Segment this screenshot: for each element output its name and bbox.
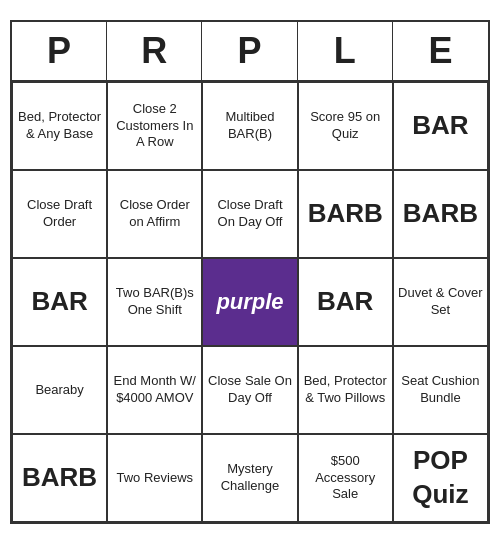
bingo-card: PRPLE Bed, Protector & Any BaseClose 2 C…	[10, 20, 490, 524]
bingo-cell-r2c3[interactable]: Close Draft On Day Off	[202, 170, 297, 258]
cell-text-r4c5: Seat Cushion Bundle	[398, 373, 483, 407]
header-letter-L-3: L	[298, 22, 393, 80]
bingo-cell-r1c4[interactable]: Score 95 on Quiz	[298, 82, 393, 170]
header-letter-R-1: R	[107, 22, 202, 80]
bingo-cell-r3c1[interactable]: BAR	[12, 258, 107, 346]
bingo-cell-r3c2[interactable]: Two BAR(B)s One Shift	[107, 258, 202, 346]
bingo-cell-r3c4[interactable]: BAR	[298, 258, 393, 346]
cell-text-r1c5: BAR	[412, 109, 468, 143]
bingo-cell-r5c1[interactable]: BARB	[12, 434, 107, 522]
bingo-cell-r5c2[interactable]: Two Reviews	[107, 434, 202, 522]
bingo-grid: Bed, Protector & Any BaseClose 2 Custome…	[12, 82, 488, 522]
cell-text-r2c4: BARB	[308, 197, 383, 231]
bingo-cell-r4c1[interactable]: Bearaby	[12, 346, 107, 434]
bingo-cell-r1c1[interactable]: Bed, Protector & Any Base	[12, 82, 107, 170]
cell-text-r5c1: BARB	[22, 461, 97, 495]
header-letter-P-0: P	[12, 22, 107, 80]
bingo-cell-r5c5[interactable]: POP Quiz	[393, 434, 488, 522]
bingo-cell-r3c3[interactable]: purple	[202, 258, 297, 346]
header-letter-P-2: P	[202, 22, 297, 80]
cell-text-r3c2: Two BAR(B)s One Shift	[112, 285, 197, 319]
cell-text-r2c1: Close Draft Order	[17, 197, 102, 231]
header-letter-E-4: E	[393, 22, 488, 80]
cell-text-r2c2: Close Order on Affirm	[112, 197, 197, 231]
cell-text-r4c4: Bed, Protector & Two Pillows	[303, 373, 388, 407]
bingo-cell-r2c1[interactable]: Close Draft Order	[12, 170, 107, 258]
cell-text-r5c2: Two Reviews	[117, 470, 194, 487]
bingo-cell-r1c5[interactable]: BAR	[393, 82, 488, 170]
cell-text-r1c4: Score 95 on Quiz	[303, 109, 388, 143]
cell-text-r3c1: BAR	[31, 285, 87, 319]
cell-text-r2c5: BARB	[403, 197, 478, 231]
cell-text-r4c3: Close Sale On Day Off	[207, 373, 292, 407]
bingo-cell-r2c4[interactable]: BARB	[298, 170, 393, 258]
cell-text-r1c3: Multibed BAR(B)	[207, 109, 292, 143]
cell-text-r5c3: Mystery Challenge	[207, 461, 292, 495]
cell-text-r3c3: purple	[216, 288, 283, 317]
cell-text-r2c3: Close Draft On Day Off	[207, 197, 292, 231]
bingo-cell-r1c3[interactable]: Multibed BAR(B)	[202, 82, 297, 170]
cell-text-r1c2: Close 2 Customers In A Row	[112, 101, 197, 152]
bingo-header: PRPLE	[12, 22, 488, 82]
bingo-cell-r4c5[interactable]: Seat Cushion Bundle	[393, 346, 488, 434]
bingo-cell-r1c2[interactable]: Close 2 Customers In A Row	[107, 82, 202, 170]
cell-text-r4c1: Bearaby	[35, 382, 83, 399]
cell-text-r5c5: POP Quiz	[398, 444, 483, 512]
bingo-cell-r2c5[interactable]: BARB	[393, 170, 488, 258]
bingo-cell-r4c2[interactable]: End Month W/ $4000 AMOV	[107, 346, 202, 434]
bingo-cell-r3c5[interactable]: Duvet & Cover Set	[393, 258, 488, 346]
bingo-cell-r4c3[interactable]: Close Sale On Day Off	[202, 346, 297, 434]
cell-text-r1c1: Bed, Protector & Any Base	[17, 109, 102, 143]
bingo-cell-r5c3[interactable]: Mystery Challenge	[202, 434, 297, 522]
cell-text-r4c2: End Month W/ $4000 AMOV	[112, 373, 197, 407]
cell-text-r3c5: Duvet & Cover Set	[398, 285, 483, 319]
cell-text-r5c4: $500 Accessory Sale	[303, 453, 388, 504]
bingo-cell-r5c4[interactable]: $500 Accessory Sale	[298, 434, 393, 522]
bingo-cell-r2c2[interactable]: Close Order on Affirm	[107, 170, 202, 258]
cell-text-r3c4: BAR	[317, 285, 373, 319]
bingo-cell-r4c4[interactable]: Bed, Protector & Two Pillows	[298, 346, 393, 434]
